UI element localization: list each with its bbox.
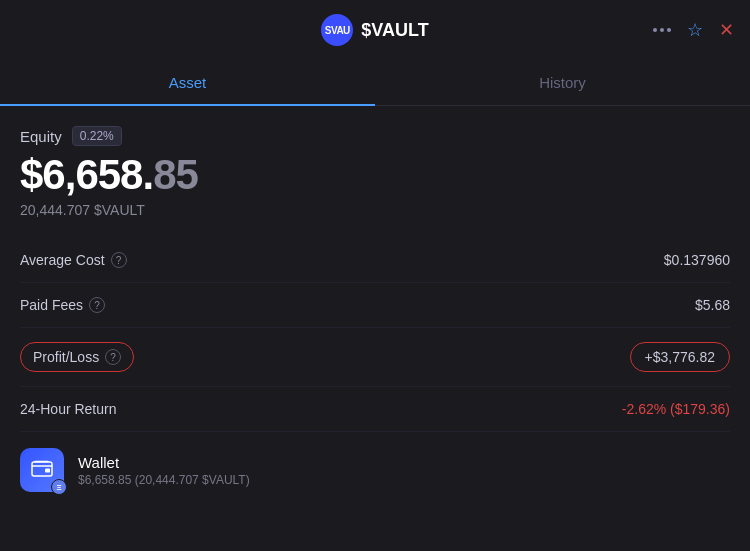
profit-loss-help-icon[interactable]: ? <box>105 349 121 365</box>
wallet-detail: $6,658.85 (20,444.707 $VAULT) <box>78 473 250 487</box>
more-options-icon[interactable] <box>653 28 671 32</box>
return-row: 24-Hour Return -2.62% ($179.36) <box>20 387 730 432</box>
header-actions: ☆ ✕ <box>653 19 734 41</box>
average-cost-label: Average Cost ? <box>20 252 127 268</box>
wallet-info: Wallet $6,658.85 (20,444.707 $VAULT) <box>78 454 250 487</box>
vault-logo: SVAU <box>321 14 353 46</box>
wallet-icon: Ξ <box>20 448 64 492</box>
profit-loss-label-wrap: Profit/Loss ? <box>20 342 134 372</box>
tab-asset[interactable]: Asset <box>0 60 375 105</box>
main-content: Equity 0.22% $6,658.85 20,444.707 $VAULT… <box>0 106 750 508</box>
equity-amount: $6,658.85 <box>20 152 730 198</box>
wallet-eth-badge: Ξ <box>51 479 67 495</box>
wallet-name: Wallet <box>78 454 250 471</box>
equity-badge: 0.22% <box>72 126 122 146</box>
favorite-icon[interactable]: ☆ <box>687 19 703 41</box>
average-cost-value: $0.137960 <box>664 252 730 268</box>
return-label: 24-Hour Return <box>20 401 117 417</box>
app-header: SVAU $VAULT ☆ ✕ <box>0 0 750 60</box>
return-value: -2.62% ($179.36) <box>622 401 730 417</box>
tab-bar: Asset History <box>0 60 750 106</box>
profit-loss-row: Profit/Loss ? +$3,776.82 <box>20 328 730 387</box>
paid-fees-label: Paid Fees ? <box>20 297 105 313</box>
wallet-symbol-icon <box>31 459 53 482</box>
equity-label: Equity <box>20 128 62 145</box>
equity-label-row: Equity 0.22% <box>20 126 730 146</box>
header-title-group: SVAU $VAULT <box>321 14 428 46</box>
tab-history[interactable]: History <box>375 60 750 105</box>
paid-fees-row: Paid Fees ? $5.68 <box>20 283 730 328</box>
paid-fees-value: $5.68 <box>695 297 730 313</box>
average-cost-help-icon[interactable]: ? <box>111 252 127 268</box>
profit-loss-value-wrap: +$3,776.82 <box>630 342 730 372</box>
average-cost-row: Average Cost ? $0.137960 <box>20 238 730 283</box>
app-title: $VAULT <box>361 20 428 41</box>
equity-vault-amount: 20,444.707 $VAULT <box>20 202 730 218</box>
close-icon[interactable]: ✕ <box>719 19 734 41</box>
profit-loss-value: +$3,776.82 <box>645 349 715 365</box>
paid-fees-help-icon[interactable]: ? <box>89 297 105 313</box>
svg-rect-1 <box>45 468 50 472</box>
wallet-row[interactable]: Ξ Wallet $6,658.85 (20,444.707 $VAULT) <box>20 432 730 508</box>
